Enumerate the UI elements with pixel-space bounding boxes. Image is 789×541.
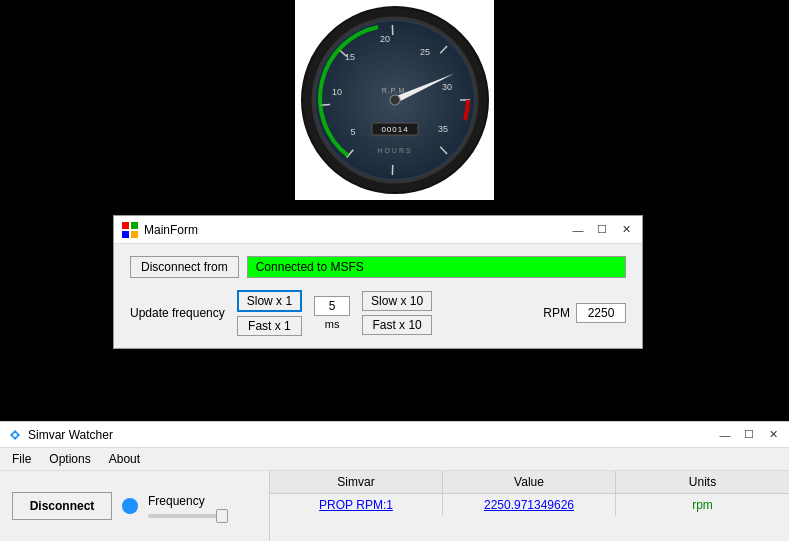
svg-text:10: 10 — [331, 87, 341, 97]
table-header: Simvar Value Units — [270, 471, 789, 494]
svg-text:30: 30 — [441, 82, 451, 92]
titlebar-left: MainForm — [122, 222, 198, 238]
simvar-maximize-button[interactable]: ☐ — [741, 427, 757, 443]
svg-text:HOURS: HOURS — [377, 147, 412, 154]
frequency-label: Frequency — [148, 494, 228, 508]
rpm-gauge: 5 10 15 20 25 30 35 — [300, 5, 490, 195]
minimize-button[interactable]: — — [570, 222, 586, 238]
main-form-window: MainForm — ☐ ✕ Disconnect from Connected… — [113, 215, 643, 349]
frequency-slider-thumb[interactable] — [216, 509, 228, 523]
menu-options[interactable]: Options — [41, 450, 98, 468]
rpm-label: RPM — [543, 306, 570, 320]
rpm-group: RPM 2250 — [543, 303, 626, 323]
simvar-menubar: File Options About — [0, 448, 789, 471]
svg-text:35: 35 — [437, 124, 447, 134]
mainform-icon — [122, 222, 138, 238]
simvar-table: Simvar Value Units PROP RPM:1 2250.97134… — [270, 471, 789, 541]
update-frequency-label: Update frequency — [130, 306, 225, 320]
top-section: 5 10 15 20 25 30 35 — [0, 0, 789, 200]
main-disconnect-button[interactable]: Disconnect — [12, 492, 112, 520]
simvar-close-button[interactable]: ✕ — [765, 427, 781, 443]
svg-text:00014: 00014 — [381, 125, 408, 134]
header-simvar: Simvar — [270, 471, 443, 493]
simvar-titlebar-controls: — ☐ ✕ — [717, 427, 781, 443]
simvar-titlebar-left: Simvar Watcher — [8, 428, 113, 442]
ms-label: ms — [325, 318, 340, 330]
ms-value: 5 — [314, 296, 350, 316]
svg-text:20: 20 — [379, 34, 389, 44]
svg-rect-27 — [122, 231, 129, 238]
fast-x1-button[interactable]: Fast x 1 — [237, 316, 302, 336]
window-body: Disconnect from Connected to MSFS Update… — [114, 244, 642, 348]
simvar-titlebar: Simvar Watcher — ☐ ✕ — [0, 422, 789, 448]
titlebar-controls: — ☐ ✕ — [570, 222, 634, 238]
disconnect-from-button[interactable]: Disconnect from — [130, 256, 239, 278]
fast-x10-button[interactable]: Fast x 10 — [362, 315, 432, 335]
ms-group: 5 ms — [314, 296, 350, 330]
connection-row: Disconnect from Connected to MSFS — [130, 256, 626, 278]
simvar-watcher: Simvar Watcher — ☐ ✕ File Options About … — [0, 421, 789, 541]
connection-status: Connected to MSFS — [247, 256, 626, 278]
slow-x1-button[interactable]: Slow x 1 — [237, 290, 302, 312]
simvar-icon — [8, 428, 22, 442]
svg-point-29 — [13, 433, 17, 437]
svg-text:5: 5 — [350, 127, 355, 137]
connection-indicator — [122, 498, 138, 514]
main-form-title: MainForm — [144, 223, 198, 237]
cell-simvar[interactable]: PROP RPM:1 — [270, 494, 443, 516]
cell-units: rpm — [616, 494, 789, 516]
left-freq-buttons: Slow x 1 Fast x 1 — [237, 290, 302, 336]
svg-text:25: 25 — [419, 47, 429, 57]
menu-about[interactable]: About — [101, 450, 148, 468]
main-form-titlebar: MainForm — ☐ ✕ — [114, 216, 642, 244]
gauge-container: 5 10 15 20 25 30 35 — [300, 5, 490, 195]
svg-rect-28 — [131, 231, 138, 238]
menu-file[interactable]: File — [4, 450, 39, 468]
simvar-title: Simvar Watcher — [28, 428, 113, 442]
simvar-left-panel: Disconnect Frequency — [0, 471, 270, 541]
maximize-button[interactable]: ☐ — [594, 222, 610, 238]
frequency-row: Update frequency Slow x 1 Fast x 1 5 ms … — [130, 290, 626, 336]
frequency-group: Frequency — [148, 494, 228, 518]
table-row: PROP RPM:1 2250.971349626 rpm — [270, 494, 789, 516]
header-units: Units — [616, 471, 789, 493]
svg-text:15: 15 — [344, 52, 354, 62]
close-button[interactable]: ✕ — [618, 222, 634, 238]
rpm-value: 2250 — [576, 303, 626, 323]
simvar-minimize-button[interactable]: — — [717, 427, 733, 443]
header-value: Value — [443, 471, 616, 493]
svg-rect-25 — [122, 222, 129, 229]
slow-x10-button[interactable]: Slow x 10 — [362, 291, 432, 311]
right-freq-buttons: Slow x 10 Fast x 10 — [362, 291, 432, 335]
svg-rect-26 — [131, 222, 138, 229]
simvar-content: Disconnect Frequency Simvar Value Units … — [0, 471, 789, 541]
cell-value: 2250.971349626 — [443, 494, 616, 516]
frequency-slider-track — [148, 514, 228, 518]
